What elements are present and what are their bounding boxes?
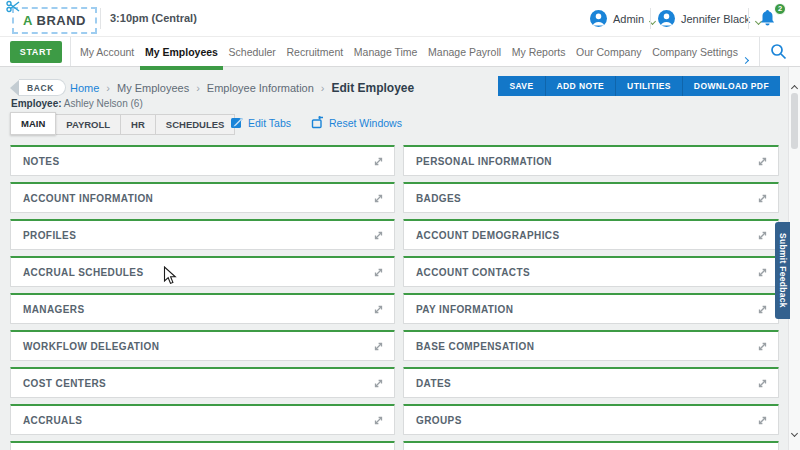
admin-label: Admin bbox=[613, 13, 644, 25]
panel-title: PAY INFORMATION bbox=[416, 304, 513, 315]
expand-icon[interactable] bbox=[373, 304, 384, 315]
expand-icon[interactable] bbox=[373, 230, 384, 241]
breadcrumb-item[interactable]: Employee Information bbox=[196, 82, 314, 94]
panel-card: ACCRUALS bbox=[10, 404, 395, 435]
tab-label: HR bbox=[131, 119, 145, 130]
brand-logo-text: A BRAND bbox=[23, 13, 86, 28]
nav-item[interactable]: Manage Payroll bbox=[428, 37, 501, 66]
scroll-down-arrow[interactable] bbox=[792, 422, 797, 440]
tab-strip: MAINPAYROLLHRSCHEDULES bbox=[10, 112, 235, 135]
panel-title: COST CENTERS bbox=[23, 378, 106, 389]
breadcrumb-item[interactable]: Home bbox=[70, 82, 99, 94]
expand-icon[interactable] bbox=[373, 193, 384, 204]
nav-item-label: Manage Time bbox=[354, 46, 418, 58]
panel-title: PROFILES bbox=[23, 230, 76, 241]
nav-item[interactable]: Scheduler bbox=[229, 37, 276, 66]
main-navbar: START My AccountMy EmployeesSchedulerRec… bbox=[0, 37, 800, 67]
nav-item[interactable]: Manage Time bbox=[354, 37, 418, 66]
expand-icon[interactable] bbox=[757, 304, 768, 315]
toolbar-action-button[interactable]: UTILITIES bbox=[616, 76, 683, 96]
divider bbox=[100, 8, 101, 29]
tab-tools: Edit Tabs Reset Windows bbox=[230, 116, 402, 129]
expand-icon[interactable] bbox=[757, 193, 768, 204]
panel-title: WORKFLOW DELEGATION bbox=[23, 341, 159, 352]
expand-icon[interactable] bbox=[373, 341, 384, 352]
reset-windows-button[interactable]: Reset Windows bbox=[311, 116, 402, 129]
nav-item[interactable]: Recruitment bbox=[287, 37, 344, 66]
nav-item-label: My Reports bbox=[512, 46, 566, 58]
scrollbar-thumb[interactable] bbox=[791, 93, 798, 149]
breadcrumb-item[interactable]: Edit Employee bbox=[321, 81, 414, 95]
employee-context: Employee: Ashley Nelson (6) bbox=[11, 98, 143, 109]
expand-icon[interactable] bbox=[757, 230, 768, 241]
panel-card: BADGES bbox=[403, 182, 779, 213]
expand-icon[interactable] bbox=[757, 378, 768, 389]
back-button[interactable]: BACK bbox=[10, 79, 66, 96]
toolbar-action-button[interactable]: ADD NOTE bbox=[546, 76, 617, 96]
nav-overflow-chevron-icon[interactable] bbox=[743, 49, 748, 67]
panel-column-left: NOTES ACCOUNT INFORMATION PROFILES ACCRU… bbox=[10, 145, 395, 435]
expand-icon[interactable] bbox=[373, 378, 384, 389]
tab[interactable]: SCHEDULES bbox=[156, 114, 236, 135]
expand-icon[interactable] bbox=[373, 267, 384, 278]
divider bbox=[70, 37, 71, 66]
panel-title: DATES bbox=[416, 378, 451, 389]
nav-item[interactable]: My Reports bbox=[512, 37, 566, 66]
expand-icon[interactable] bbox=[757, 341, 768, 352]
breadcrumb: HomeMy EmployeesEmployee InformationEdit… bbox=[70, 78, 414, 97]
panel-title: ACCOUNT INFORMATION bbox=[23, 193, 153, 204]
panel-title: ACCOUNT DEMOGRAPHICS bbox=[416, 230, 560, 241]
toolbar-action-button[interactable]: SAVE bbox=[498, 76, 545, 96]
expand-icon[interactable] bbox=[373, 156, 384, 167]
toolbar-actions: SAVEADD NOTEUTILITIESDOWNLOAD PDF bbox=[498, 76, 780, 96]
panel-column-right: PERSONAL INFORMATION BADGES ACCOUNT DEMO… bbox=[403, 145, 779, 435]
panel-card: PROFILES bbox=[10, 219, 395, 250]
start-button[interactable]: START bbox=[10, 41, 62, 63]
top-bar: A BRAND 3:10pm (Central) Admin Jennifer … bbox=[0, 0, 800, 37]
panel-title: GROUPS bbox=[416, 415, 462, 426]
toolbar-action-button[interactable]: DOWNLOAD PDF bbox=[683, 76, 780, 96]
submit-feedback-tab[interactable]: Submit Feedback bbox=[775, 222, 790, 319]
expand-icon[interactable] bbox=[757, 156, 768, 167]
reset-windows-icon bbox=[311, 116, 324, 129]
panel-card-partial bbox=[403, 441, 779, 450]
panel-title: PERSONAL INFORMATION bbox=[416, 156, 552, 167]
admin-menu[interactable]: Admin bbox=[590, 0, 655, 37]
panel-card: ACCOUNT INFORMATION bbox=[10, 182, 395, 213]
brand-logo[interactable]: A BRAND bbox=[12, 7, 97, 34]
search-icon[interactable] bbox=[770, 43, 792, 61]
user-avatar bbox=[658, 10, 675, 27]
panel-card: ACCOUNT CONTACTS bbox=[403, 256, 779, 287]
panel-title: BASE COMPENSATION bbox=[416, 341, 534, 352]
employee-label: Employee: bbox=[11, 98, 62, 109]
nav-item-label: Manage Payroll bbox=[428, 46, 501, 58]
divider bbox=[748, 8, 749, 29]
edit-tabs-button[interactable]: Edit Tabs bbox=[230, 116, 291, 129]
panel-card-partial bbox=[10, 441, 395, 450]
breadcrumb-item[interactable]: My Employees bbox=[106, 82, 189, 94]
expand-icon[interactable] bbox=[373, 415, 384, 426]
nav-item[interactable]: Company Settings bbox=[652, 37, 738, 66]
panel-title: BADGES bbox=[416, 193, 461, 204]
user-menu[interactable]: Jennifer Black bbox=[658, 0, 761, 37]
nav-item[interactable]: My Account bbox=[80, 37, 134, 66]
tab[interactable]: MAIN bbox=[10, 112, 56, 135]
panel-card: PAY INFORMATION bbox=[403, 293, 779, 324]
nav-item[interactable]: My Employees bbox=[145, 37, 218, 66]
panel-card: MANAGERS bbox=[10, 293, 395, 324]
panel-card: DATES bbox=[403, 367, 779, 398]
expand-icon[interactable] bbox=[757, 415, 768, 426]
nav-item-label: My Employees bbox=[145, 46, 218, 58]
panel-card: BASE COMPENSATION bbox=[403, 330, 779, 361]
expand-icon[interactable] bbox=[757, 267, 768, 278]
tab-label: MAIN bbox=[21, 118, 45, 129]
tab[interactable]: PAYROLL bbox=[56, 114, 121, 135]
panel-title: NOTES bbox=[23, 156, 59, 167]
tab[interactable]: HR bbox=[121, 114, 156, 135]
notification-badge: 2 bbox=[774, 3, 786, 15]
notifications-bell-icon[interactable]: 2 bbox=[758, 8, 784, 32]
tab-label: SCHEDULES bbox=[166, 119, 225, 130]
nav-item[interactable]: Our Company bbox=[576, 37, 641, 66]
nav-item-label: Company Settings bbox=[652, 46, 738, 58]
panel-card: COST CENTERS bbox=[10, 367, 395, 398]
